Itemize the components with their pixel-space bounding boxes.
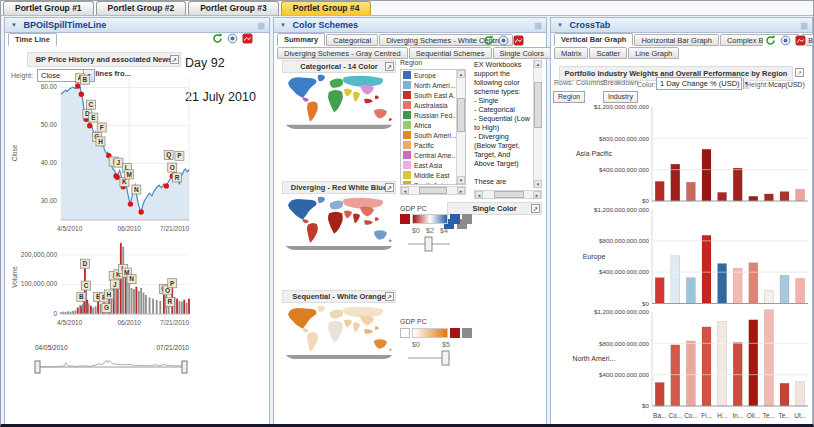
collapse-icon[interactable]: ▼ bbox=[11, 22, 17, 28]
record-icon[interactable] bbox=[227, 33, 238, 44]
gdp-range-slider[interactable] bbox=[406, 349, 452, 367]
scroll-thumb[interactable] bbox=[494, 191, 524, 198]
gdp-range-slider[interactable] bbox=[406, 235, 452, 253]
news-marker-letter: F bbox=[100, 124, 104, 131]
breakdown-label: Breakdown bbox=[603, 79, 638, 86]
volume-bar bbox=[92, 307, 94, 314]
record-icon[interactable] bbox=[780, 35, 791, 46]
popout-icon[interactable]: ↗ bbox=[385, 183, 394, 192]
tab-horizontal-bar-graph[interactable]: Horizontal Bar Graph bbox=[634, 34, 718, 46]
world-map-categorical[interactable] bbox=[282, 73, 396, 131]
tab-matrix[interactable]: Matrix bbox=[554, 47, 588, 59]
legend-label: Australasia bbox=[414, 102, 448, 109]
volume-bar bbox=[90, 306, 92, 314]
tab-scatter[interactable]: Scatter bbox=[589, 47, 627, 59]
popout-icon[interactable]: ↗ bbox=[795, 68, 804, 77]
collapse-icon[interactable]: ▼ bbox=[280, 22, 286, 28]
scheme-info-text: EX Workbooks support the following color… bbox=[474, 60, 532, 188]
diverging-gradient-bar bbox=[412, 214, 448, 224]
scroll-up-icon[interactable]: ▲ bbox=[457, 70, 465, 78]
tab-diverging-schemes-gray-centred[interactable]: Diverging Schemes - Gray Centred bbox=[277, 47, 408, 59]
portfolio-bar-chart[interactable]: $1,200,000,000,000$800,000,000,000$400,0… bbox=[552, 104, 812, 424]
portlet-tab-4[interactable]: Portlet Group #4 bbox=[281, 1, 372, 15]
scroll-thumb[interactable] bbox=[457, 98, 465, 132]
refresh-icon[interactable] bbox=[483, 35, 494, 46]
color-measure-value: 1 Day Change % (USD) bbox=[657, 78, 743, 89]
panel-menu-icon[interactable]: ▦ bbox=[534, 21, 542, 30]
tab-summary[interactable]: Summary bbox=[277, 33, 325, 46]
pdf-icon[interactable] bbox=[242, 33, 253, 44]
popout-icon[interactable]: ↗ bbox=[385, 62, 394, 71]
map-title-sequential: Sequential - White Orange ↗ bbox=[282, 290, 396, 303]
legend-vscrollbar[interactable]: ▲▼ bbox=[456, 70, 465, 184]
info-hscrollbar[interactable]: ◄ ► bbox=[474, 190, 542, 199]
portfolio-bar bbox=[686, 341, 695, 406]
info-vscrollbar[interactable]: ▲ ▼ bbox=[533, 60, 542, 188]
portfolio-bar bbox=[655, 278, 664, 304]
panel-header-timeline[interactable]: ▼ BPOilSpillTimeLine ▦ bbox=[5, 18, 269, 33]
region-legend-list[interactable]: EuropeNorth Ameri...South East A...Austr… bbox=[400, 69, 466, 185]
portlet-tab-2[interactable]: Portlet Group #2 bbox=[96, 1, 187, 15]
map-region-nz bbox=[389, 239, 392, 242]
scroll-right-icon[interactable]: ► bbox=[533, 191, 541, 198]
world-map-diverging[interactable] bbox=[282, 195, 396, 252]
world-map-sequential[interactable] bbox=[282, 304, 396, 361]
price-y-axis-title: Close bbox=[11, 144, 18, 161]
map-region-gl bbox=[318, 306, 325, 312]
scroll-right-icon[interactable]: ► bbox=[457, 187, 465, 194]
map-region-ant bbox=[286, 125, 392, 129]
scroll-left-icon[interactable]: ◄ bbox=[401, 187, 409, 194]
pdf-icon[interactable] bbox=[795, 35, 806, 46]
tab-sequential-schemes[interactable]: Sequential Schemes bbox=[409, 47, 492, 59]
panel-header-color-schemes[interactable]: ▼ Color Schemes ▦ bbox=[274, 18, 546, 33]
tab-time-line[interactable]: Time Line bbox=[8, 33, 57, 46]
refresh-icon[interactable] bbox=[765, 35, 776, 46]
collapse-icon[interactable]: ▼ bbox=[557, 22, 563, 28]
tab-single-colors[interactable]: Single Colors bbox=[493, 47, 552, 59]
scroll-thumb[interactable] bbox=[534, 82, 542, 128]
panel-menu-icon[interactable]: ▦ bbox=[257, 21, 265, 30]
volume-bar bbox=[156, 300, 158, 314]
tab-vertical-bar-graph[interactable]: Vertical Bar Graph bbox=[554, 33, 633, 46]
legend-label: Russian Fed... bbox=[414, 112, 458, 119]
portfolio-y-tick: $1,200,000,000,000 bbox=[594, 104, 650, 110]
legend-label: Africa bbox=[414, 122, 431, 129]
popout-icon[interactable]: ↗ bbox=[531, 204, 540, 213]
pdf-icon[interactable] bbox=[513, 35, 524, 46]
panel-menu-icon[interactable]: ▦ bbox=[800, 21, 808, 30]
popout-icon[interactable]: ↗ bbox=[170, 55, 179, 64]
breakdown-chip-industry[interactable]: Industry bbox=[603, 91, 638, 103]
portfolio-bar bbox=[686, 182, 695, 201]
rows-chip-region[interactable]: Region bbox=[553, 91, 585, 103]
volume-y-axis-title: Volume bbox=[11, 266, 18, 288]
panel-header-crosstab[interactable]: ▼ CrossTab ▦ bbox=[551, 18, 812, 33]
color-measure-select[interactable]: 1 Day Change % (USD) ▼ bbox=[656, 77, 742, 90]
volume-bar-chart[interactable]: 0100,000,000200,000,000BCDEFGHIJKLMNQORP… bbox=[7, 232, 209, 334]
time-range-slider[interactable]: 04/05/201007/21/2010 bbox=[33, 342, 193, 378]
news-event-dot bbox=[79, 92, 84, 97]
portfolio-bar bbox=[718, 264, 727, 304]
portfolio-y-tick: $0 bbox=[642, 197, 649, 204]
map-region-ant bbox=[286, 246, 392, 250]
tab-line-graph[interactable]: Line Graph bbox=[628, 47, 679, 59]
scroll-up-icon[interactable]: ▲ bbox=[534, 60, 542, 68]
scroll-down-icon[interactable]: ▼ bbox=[534, 180, 542, 188]
industry-x-tick: Ut... bbox=[794, 412, 806, 419]
scroll-left-icon[interactable]: ◄ bbox=[475, 191, 483, 198]
refresh-icon[interactable] bbox=[212, 33, 223, 44]
record-icon[interactable] bbox=[498, 35, 509, 46]
legend-label: Central Ame... bbox=[414, 152, 457, 159]
map-region-in bbox=[353, 323, 360, 333]
scroll-down-icon[interactable]: ▼ bbox=[457, 176, 465, 184]
map-region-in bbox=[353, 92, 360, 102]
scroll-thumb[interactable] bbox=[419, 187, 447, 194]
legend-hscrollbar[interactable]: ◄ ► bbox=[400, 186, 466, 195]
portlet-tab-1[interactable]: Portlet Group #1 bbox=[3, 1, 94, 15]
popout-icon[interactable]: ↗ bbox=[385, 292, 394, 301]
price-line-chart[interactable]: 30.0040.0050.0060.00ABCDEFGHIJKLMNOPQR4/… bbox=[7, 68, 209, 240]
tab-categorical[interactable]: Categorical bbox=[326, 34, 378, 46]
portlet-tab-3[interactable]: Portlet Group #3 bbox=[188, 1, 279, 15]
map-region-cam bbox=[302, 328, 309, 332]
map-region-na bbox=[288, 77, 317, 98]
legend-swatch bbox=[403, 111, 411, 119]
